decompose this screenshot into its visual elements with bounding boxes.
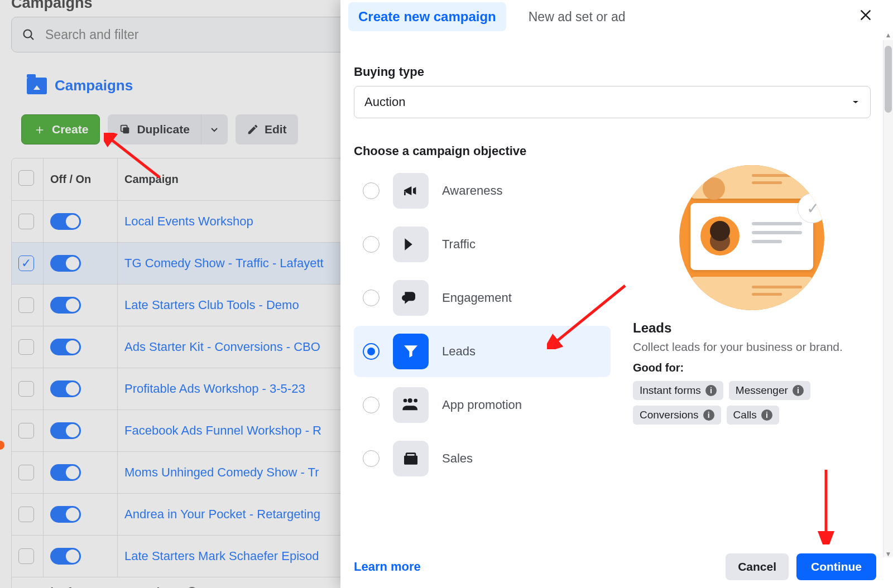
row-toggle[interactable] bbox=[50, 506, 81, 523]
radio-icon bbox=[363, 236, 380, 253]
chevron-down-icon bbox=[851, 98, 860, 107]
col-offon[interactable]: Off / On bbox=[43, 158, 118, 200]
pencil-icon bbox=[247, 123, 259, 136]
objective-section-label: Choose a campaign objective bbox=[354, 144, 871, 158]
create-button-label: Create bbox=[52, 123, 88, 136]
good-for-tag[interactable]: Conversionsi bbox=[633, 406, 721, 425]
campaign-name-link[interactable]: Ads Starter Kit - Conversions - CBO bbox=[124, 340, 320, 354]
buying-type-value: Auction bbox=[364, 95, 405, 109]
continue-button[interactable]: Continue bbox=[796, 553, 876, 580]
duplicate-button[interactable]: Duplicate bbox=[108, 114, 201, 144]
results-summary: Results from 703 campaigns bbox=[22, 585, 181, 588]
row-toggle[interactable] bbox=[50, 213, 81, 230]
row-checkbox[interactable] bbox=[18, 465, 34, 480]
tag-label: Instant forms bbox=[640, 384, 701, 397]
awareness-icon bbox=[393, 173, 429, 209]
row-checkbox[interactable]: ✓ bbox=[18, 256, 34, 271]
row-toggle[interactable] bbox=[50, 548, 81, 565]
good-for-tag[interactable]: Messengeri bbox=[729, 381, 810, 400]
radio-icon bbox=[363, 450, 380, 467]
row-checkbox[interactable] bbox=[18, 423, 34, 438]
objective-label: Leads bbox=[442, 344, 476, 359]
tag-label: Calls bbox=[733, 409, 757, 421]
engagement-icon bbox=[393, 280, 429, 316]
objective-engagement[interactable]: Engagement bbox=[354, 272, 611, 324]
objective-label: Engagement bbox=[442, 291, 512, 305]
row-toggle[interactable] bbox=[50, 464, 81, 481]
info-icon[interactable]: i bbox=[703, 409, 714, 421]
duplicate-label: Duplicate bbox=[137, 123, 190, 136]
row-toggle[interactable] bbox=[50, 422, 81, 439]
checkmark-icon: ✓ bbox=[798, 193, 824, 223]
objective-label: Awareness bbox=[442, 184, 502, 198]
radio-icon bbox=[363, 290, 380, 306]
row-toggle[interactable] bbox=[50, 339, 81, 355]
svg-point-0 bbox=[24, 30, 32, 38]
tab-create-new-campaign[interactable]: Create new campaign bbox=[348, 2, 506, 31]
campaign-name-link[interactable]: Late Starters Mark Schaefer Episod bbox=[124, 549, 319, 563]
info-icon[interactable]: i bbox=[705, 385, 717, 396]
learn-more-link[interactable]: Learn more bbox=[354, 560, 421, 574]
objective-label: App promotion bbox=[442, 398, 522, 412]
tab-campaigns[interactable]: Campaigns bbox=[21, 73, 138, 99]
good-for-tag[interactable]: Callsi bbox=[727, 406, 779, 425]
svg-line-1 bbox=[31, 37, 33, 40]
campaign-name-link[interactable]: Andrea in Your Pocket - Retargeting bbox=[124, 507, 320, 522]
objective-side-desc: Collect leads for your business or brand… bbox=[633, 340, 871, 354]
buying-type-label: Buying type bbox=[354, 65, 871, 79]
objective-app_promotion[interactable]: App promotion bbox=[354, 379, 611, 431]
sales-icon bbox=[393, 441, 429, 476]
close-icon bbox=[858, 8, 873, 22]
row-checkbox[interactable] bbox=[18, 381, 34, 397]
objective-label: Sales bbox=[442, 451, 473, 466]
scrollbar[interactable]: ▲ ▼ bbox=[883, 40, 893, 557]
row-toggle[interactable] bbox=[50, 255, 81, 272]
radio-icon bbox=[363, 182, 380, 199]
info-icon[interactable]: i bbox=[793, 385, 804, 396]
tag-label: Messenger bbox=[736, 384, 788, 397]
create-campaign-modal: Create new campaign New ad set or ad Buy… bbox=[340, 0, 893, 588]
tag-label: Conversions bbox=[640, 409, 699, 421]
objective-sales[interactable]: Sales bbox=[354, 433, 611, 484]
notification-dot bbox=[0, 441, 4, 450]
row-toggle[interactable] bbox=[50, 380, 81, 397]
campaign-name-link[interactable]: Profitable Ads Workshop - 3-5-23 bbox=[124, 382, 305, 396]
campaign-name-link[interactable]: Moms Unhinged Comedy Show - Tr bbox=[124, 465, 319, 480]
objective-leads[interactable]: Leads bbox=[354, 326, 611, 377]
edit-button[interactable]: Edit bbox=[236, 114, 298, 144]
info-icon[interactable]: i bbox=[761, 409, 772, 421]
row-checkbox[interactable] bbox=[18, 339, 34, 355]
cancel-button[interactable]: Cancel bbox=[726, 553, 789, 580]
duplicate-caret[interactable] bbox=[201, 114, 228, 144]
objective-traffic[interactable]: Traffic bbox=[354, 219, 611, 270]
search-icon bbox=[22, 28, 35, 41]
campaign-name-link[interactable]: Facebook Ads Funnel Workshop - R bbox=[124, 423, 321, 438]
duplicate-split-button[interactable]: Duplicate bbox=[108, 114, 228, 144]
tab-new-adset-or-ad[interactable]: New ad set or ad bbox=[526, 3, 628, 31]
campaign-name-link[interactable]: Local Events Workshop bbox=[124, 214, 253, 229]
row-toggle[interactable] bbox=[50, 297, 81, 314]
leads-illustration: ✓ bbox=[679, 165, 824, 310]
row-checkbox[interactable] bbox=[18, 507, 34, 522]
row-checkbox[interactable] bbox=[18, 297, 34, 313]
row-checkbox[interactable] bbox=[18, 548, 34, 564]
radio-icon bbox=[363, 397, 380, 413]
create-button[interactable]: ＋ Create bbox=[21, 114, 100, 144]
scroll-down-arrow[interactable]: ▼ bbox=[884, 550, 893, 558]
scrollbar-handle[interactable] bbox=[885, 46, 892, 113]
buying-type-select[interactable]: Auction bbox=[354, 86, 871, 118]
traffic-icon bbox=[393, 226, 429, 262]
edit-label: Edit bbox=[265, 123, 287, 136]
campaign-name-link[interactable]: Late Starters Club Tools - Demo bbox=[124, 298, 299, 312]
scroll-up-arrow[interactable]: ▲ bbox=[884, 31, 893, 39]
campaign-name-link[interactable]: TG Comedy Show - Traffic - Lafayett bbox=[124, 256, 324, 271]
good-for-label: Good for: bbox=[633, 362, 871, 374]
copy-icon bbox=[119, 123, 131, 136]
select-all-checkbox[interactable] bbox=[18, 170, 34, 186]
page-title: Campaigns bbox=[11, 0, 93, 12]
close-button[interactable] bbox=[858, 7, 873, 26]
chevron-down-icon bbox=[210, 125, 219, 134]
good-for-tag[interactable]: Instant formsi bbox=[633, 381, 723, 400]
row-checkbox[interactable] bbox=[18, 214, 34, 229]
objective-awareness[interactable]: Awareness bbox=[354, 165, 611, 216]
